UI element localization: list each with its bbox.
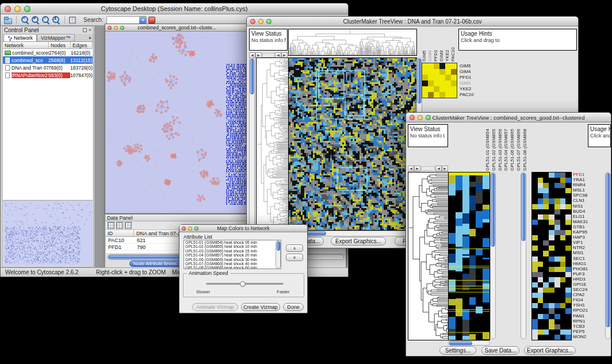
- network-overview[interactable]: [3, 200, 93, 266]
- zoom-window-button[interactable]: [426, 115, 431, 120]
- zoom-fit-icon[interactable]: 1: [52, 16, 60, 24]
- tab-network[interactable]: Network: [3, 34, 37, 41]
- settings-button[interactable]: Settings...: [439, 346, 476, 355]
- vizmapper-icon[interactable]: [148, 17, 155, 24]
- global-vscrollbar[interactable]: [490, 172, 496, 339]
- gene-label[interactable]: CLN1: [573, 198, 604, 203]
- attribute-list-item[interactable]: GPL51-08 (GSM868) heat shock 60 min: [184, 266, 281, 269]
- gene-label[interactable]: PHO81: [573, 266, 604, 271]
- gene-label[interactable]: PEP5: [573, 329, 604, 334]
- animate-vizmap-button[interactable]: Animate Vizmap: [192, 303, 238, 311]
- global-heatmap[interactable]: [448, 172, 490, 340]
- scroll-right-icon[interactable]: ▶: [414, 166, 420, 171]
- gene-label[interactable]: VIP1: [573, 240, 604, 245]
- zoom-selected-icon[interactable]: ▫: [41, 16, 50, 24]
- close-button[interactable]: [5, 6, 11, 12]
- gene-label[interactable]: TCB3: [573, 324, 604, 329]
- scroll-left-icon[interactable]: ◀: [408, 166, 414, 171]
- zoom-window-button[interactable]: [194, 227, 198, 231]
- close-button[interactable]: [410, 115, 415, 120]
- gene-label[interactable]: YSH1: [573, 302, 604, 308]
- gene-label[interactable]: KAP95: [573, 229, 604, 235]
- create-vizmap-button[interactable]: Create Vizmap: [241, 303, 280, 311]
- scroll-track[interactable]: [262, 53, 274, 58]
- scroll-left-icon[interactable]: ◀: [249, 52, 255, 58]
- zoom-in-icon[interactable]: +: [31, 16, 40, 24]
- move-up-button[interactable]: ∧: [286, 244, 303, 252]
- gene-label[interactable]: PUF3: [573, 271, 604, 277]
- zoom-window-button[interactable]: [266, 19, 271, 24]
- global-hscrollbar[interactable]: [448, 340, 490, 346]
- tab-overflow-icon[interactable]: ▸: [89, 35, 93, 41]
- minimize-button[interactable]: [258, 19, 263, 24]
- zoom-out-icon[interactable]: −: [21, 16, 29, 24]
- gene-list-scrollbar[interactable]: [605, 172, 611, 339]
- network-graph-canvas[interactable]: [105, 32, 248, 213]
- gene-label[interactable]: NIS1: [573, 204, 604, 209]
- gene-label[interactable]: HMG1: [573, 261, 604, 266]
- close-button[interactable]: [250, 19, 255, 24]
- gene-label[interactable]: SPC98: [573, 193, 604, 198]
- similarity-matrix[interactable]: [422, 63, 457, 98]
- minimize-button[interactable]: [418, 115, 423, 120]
- gene-label[interactable]: MSI1: [573, 250, 604, 255]
- network-row[interactable]: combined_sco2569(6)13112(15): [3, 56, 93, 64]
- animation-speed-slider[interactable]: [206, 283, 284, 285]
- attribute-list[interactable]: GPL51-01 (GSM854) heat shock 05 minGPL51…: [183, 240, 281, 269]
- attribute-list-item[interactable]: GPL51-04 (GSM857) heat shock 20 min: [184, 253, 281, 257]
- done-button[interactable]: Done: [283, 303, 304, 311]
- gene-label[interactable]: NTR2: [573, 245, 604, 250]
- gene-label[interactable]: SEC24: [573, 287, 604, 292]
- gene-label[interactable]: YRA1: [573, 177, 604, 182]
- attribute-list-scrollbar[interactable]: [276, 240, 281, 269]
- attribute-list-item[interactable]: GPL51-01 (GSM854) heat shock 05 min: [184, 240, 281, 244]
- tab-vizmapper[interactable]: VizMapper™: [37, 34, 75, 41]
- gene-label[interactable]: MSL1: [573, 187, 604, 193]
- delete-attribute-icon[interactable]: [125, 222, 132, 229]
- zoom-window-button[interactable]: [120, 26, 124, 30]
- gene-label[interactable]: CPA2: [573, 292, 604, 297]
- minimize-button[interactable]: [114, 26, 118, 30]
- main-titlebar[interactable]: Cytoscape Desktop (Session Name: collins…: [1, 3, 348, 14]
- scroll-right-icon[interactable]: ▶: [442, 166, 448, 171]
- gene-label[interactable]: MAK31: [573, 219, 604, 224]
- network-row[interactable]: combined_scores2764(0)16218(0): [3, 49, 93, 56]
- scroll-right-icon[interactable]: ▶: [255, 52, 262, 58]
- slider-thumb[interactable]: [240, 281, 246, 287]
- scrollbar-thumb[interactable]: [522, 173, 526, 241]
- gene-label[interactable]: GTB1: [573, 224, 604, 229]
- network-table-column-header[interactable]: Edges: [71, 42, 93, 48]
- gene-label[interactable]: GPI16: [573, 282, 604, 287]
- scroll-right-icon[interactable]: ▶: [281, 52, 288, 58]
- gene-label[interactable]: PFD1: [573, 172, 604, 177]
- attribute-list-item[interactable]: GPL51-02 (GSM855) heat shock 10 min: [184, 244, 281, 248]
- move-down-button[interactable]: ∨: [286, 254, 303, 261]
- network-table-column-header[interactable]: Network: [3, 42, 49, 48]
- scroll-track[interactable]: [421, 166, 435, 171]
- dialog-titlebar[interactable]: Map Colors to Network: [179, 225, 307, 232]
- gene-label[interactable]: RPO21: [573, 308, 604, 313]
- gene-label[interactable]: MON2: [573, 334, 604, 339]
- tv1-titlebar[interactable]: ClusterMaker TreeView : DNA and Tran 07-…: [247, 17, 578, 26]
- scrollbar-thumb[interactable]: [491, 173, 495, 247]
- gene-dendrogram[interactable]: [408, 172, 449, 340]
- close-panel-icon[interactable]: ×: [89, 28, 91, 33]
- network-window-titlebar[interactable]: combined_scores_good.txt--cluste...: [105, 24, 248, 32]
- gene-label[interactable]: PAN1: [573, 313, 604, 319]
- scrollbar-thumb[interactable]: [449, 341, 472, 345]
- network-row[interactable]: DNA and Tran 07769(0)183728(0): [3, 64, 93, 71]
- select-attributes-icon[interactable]: [108, 222, 114, 229]
- gene-label[interactable]: HAP3: [573, 235, 604, 240]
- zoom-heatmap[interactable]: [531, 172, 572, 340]
- float-panel-icon[interactable]: [83, 28, 87, 32]
- node-attribute-browser-button[interactable]: Node Attribute Brows...: [129, 260, 185, 267]
- attribute-list-item[interactable]: GPL51-03 (GSM856) heat shock 15 min: [184, 249, 281, 253]
- export-graphics-button[interactable]: Export Graphics...: [524, 346, 576, 355]
- gene-label[interactable]: SEC1: [573, 256, 604, 261]
- network-row[interactable]: tRNAPuberNov2563(0)107847(0): [3, 71, 93, 79]
- attribute-list-item[interactable]: GPL51-06 (GSM865) heat shock 30 min: [184, 258, 281, 262]
- scrollbar-thumb[interactable]: [277, 242, 280, 251]
- zoom-vscrollbar[interactable]: [521, 172, 526, 339]
- zoom-window-button[interactable]: [24, 6, 30, 12]
- array-dendrogram[interactable]: [288, 29, 417, 56]
